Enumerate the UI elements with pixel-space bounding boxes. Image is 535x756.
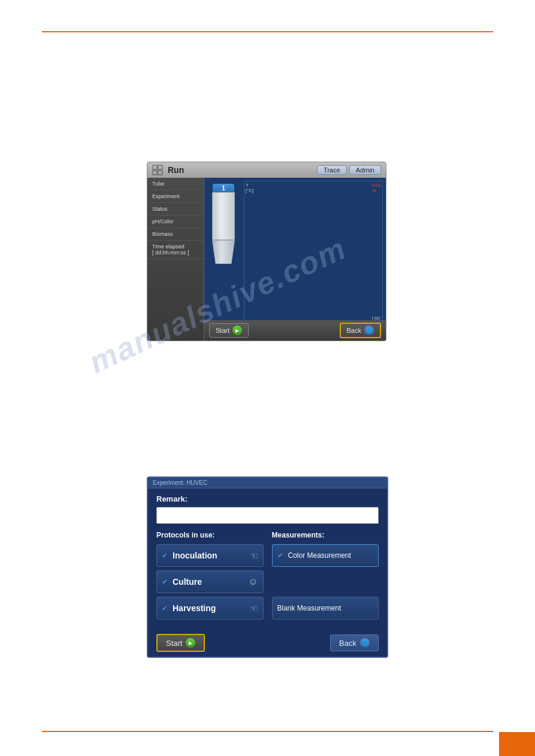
harvesting-label: Harvesting <box>173 603 250 613</box>
chart-y-right-label: CO₂% <box>372 183 381 193</box>
exp-footer: Start ▶ Back 🌐 <box>148 629 387 657</box>
exp-globe-icon: 🌐 <box>360 638 370 648</box>
protocol-harvesting[interactable]: ✔ Harvesting ☜ <box>156 597 264 620</box>
run-main: 1 T[°C] CO₂% t [d] ✔ T ✔ CO₂ <box>204 178 386 341</box>
harvesting-check: ✔ <box>162 604 168 612</box>
remark-input[interactable] <box>156 507 379 524</box>
tube-cap: 1 <box>213 184 234 192</box>
run-sidebar: Tube Experiment Status pH/Color Biomass … <box>147 178 204 341</box>
culture-label: Culture <box>173 577 248 587</box>
top-border-line <box>42 31 493 32</box>
sidebar-item-experiment[interactable]: Experiment <box>147 190 204 203</box>
chart-y-label: T[°C] <box>246 183 253 193</box>
admin-button[interactable]: Admin <box>349 165 381 175</box>
grid-icon <box>152 165 163 175</box>
svg-rect-2 <box>153 171 157 175</box>
tube-body-bottom <box>212 240 235 264</box>
inoculation-label: Inoculation <box>173 551 250 560</box>
tube-number: 1 <box>222 185 225 192</box>
run-play-icon: ▶ <box>232 326 242 335</box>
trace-button[interactable]: Trace <box>317 165 347 175</box>
tube-body-top <box>212 192 235 240</box>
exp-header: Experiment: HUVEC <box>148 478 387 488</box>
run-header-buttons: Trace Admin <box>317 165 381 175</box>
sidebar-item-tube[interactable]: Tube <box>147 178 204 190</box>
svg-rect-0 <box>153 165 157 169</box>
run-panel: Run Trace Admin Tube Experiment Status p… <box>147 162 386 341</box>
run-start-label: Start <box>216 327 229 334</box>
exp-start-label: Start <box>166 639 182 648</box>
sidebar-item-phcolor[interactable]: pH/Color <box>147 215 204 228</box>
protocol-inoculation[interactable]: ✔ Inoculation ☜ <box>156 544 264 567</box>
experiment-panel: Experiment: HUVEC Remark: Protocols in u… <box>147 476 388 658</box>
remark-label: Remark: <box>156 494 379 503</box>
run-back-button[interactable]: Back 🌐 <box>340 323 381 338</box>
sidebar-item-status[interactable]: Status <box>147 203 204 215</box>
measurement-blank[interactable]: Blank Measurement <box>272 597 379 620</box>
protocol-culture[interactable]: ✔ Culture ☺ <box>156 570 264 593</box>
exp-body: Remark: Protocols in use: ✔ Inoculation … <box>148 488 387 629</box>
run-globe-icon: 🌐 <box>364 326 374 335</box>
svg-rect-1 <box>158 165 162 169</box>
measurement-spacer <box>272 570 379 597</box>
measurement-color[interactable]: ✔ Color Measurement <box>272 544 379 567</box>
protocols-title: Protocols in use: <box>156 531 264 539</box>
culture-icon: ☺ <box>248 576 258 587</box>
run-start-button[interactable]: Start ▶ <box>209 323 249 338</box>
sidebar-item-timeelapsed[interactable]: Time elapsed[ dd:hh:mm:ss ] <box>147 241 204 259</box>
run-header-left: Run <box>152 165 184 175</box>
color-measurement-check: ✔ <box>277 551 283 560</box>
run-title: Run <box>168 165 184 175</box>
svg-rect-3 <box>158 171 162 175</box>
chart-area: T[°C] CO₂% t [d] <box>244 181 383 323</box>
run-footer: Start ▶ Back 🌐 <box>204 320 386 341</box>
inoculation-check: ✔ <box>162 551 168 560</box>
bottom-orange-bar <box>499 732 535 756</box>
harvesting-icon: ☜ <box>250 603 258 614</box>
run-header: Run Trace Admin <box>147 162 386 178</box>
exp-back-label: Back <box>339 639 356 648</box>
color-measurement-label: Color Measurement <box>288 551 374 560</box>
measurements-column: Measurements: ✔ Color Measurement Blank … <box>272 531 379 623</box>
exp-play-icon: ▶ <box>186 638 195 648</box>
protocols-section: Protocols in use: ✔ Inoculation ☜ ✔ Cult… <box>156 531 379 623</box>
inoculation-icon: ☜ <box>250 550 258 561</box>
run-body: Tube Experiment Status pH/Color Biomass … <box>147 178 386 341</box>
culture-check: ✔ <box>162 578 168 586</box>
exp-back-button[interactable]: Back 🌐 <box>330 634 379 651</box>
measurements-title: Measurements: <box>272 531 379 539</box>
run-back-label: Back <box>347 327 361 334</box>
tube-area: 1 <box>205 184 241 317</box>
bottom-border-line <box>42 731 493 732</box>
sidebar-item-biomass[interactable]: Biomass <box>147 228 204 241</box>
exp-start-button[interactable]: Start ▶ <box>156 634 205 652</box>
blank-measurement-label: Blank Measurement <box>277 604 374 612</box>
protocols-column: Protocols in use: ✔ Inoculation ☜ ✔ Cult… <box>156 531 264 623</box>
